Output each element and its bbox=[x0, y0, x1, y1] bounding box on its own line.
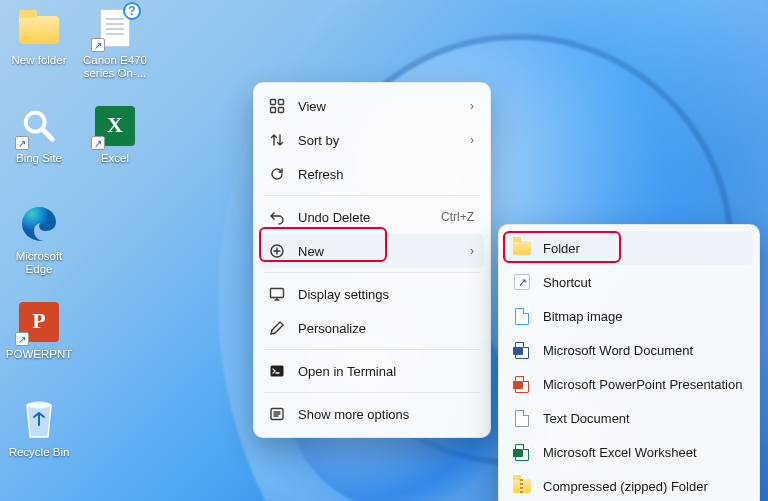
magnifier-icon: ↗ bbox=[17, 104, 61, 148]
svg-rect-8 bbox=[271, 289, 284, 298]
menu-item-label: Folder bbox=[543, 241, 743, 256]
powerpoint-file-icon bbox=[513, 375, 531, 393]
menu-item-label: Personalize bbox=[298, 321, 474, 336]
menu-item-personalize[interactable]: Personalize bbox=[260, 311, 484, 345]
terminal-icon bbox=[268, 362, 286, 380]
svg-line-1 bbox=[43, 130, 53, 140]
bitmap-file-icon bbox=[513, 307, 531, 325]
personalize-icon bbox=[268, 319, 286, 337]
undo-icon bbox=[268, 208, 286, 226]
submenu-item-powerpoint[interactable]: Microsoft PowerPoint Presentation bbox=[505, 367, 753, 401]
menu-separator bbox=[264, 272, 480, 273]
desktop-icon-excel[interactable]: X ↗ Excel bbox=[80, 102, 150, 198]
menu-item-sort-by[interactable]: Sort by › bbox=[260, 123, 484, 157]
menu-item-label: Text Document bbox=[543, 411, 743, 426]
submenu-item-shortcut[interactable]: ↗ Shortcut bbox=[505, 265, 753, 299]
menu-item-display-settings[interactable]: Display settings bbox=[260, 277, 484, 311]
submenu-item-compressed[interactable]: Compressed (zipped) Folder bbox=[505, 469, 753, 501]
svg-rect-9 bbox=[271, 366, 284, 377]
desktop-icon-edge[interactable]: Microsoft Edge bbox=[4, 200, 74, 296]
view-icon bbox=[268, 97, 286, 115]
menu-item-label: New bbox=[298, 244, 458, 259]
desktop-icon-new-folder[interactable]: New folder bbox=[4, 4, 74, 100]
display-settings-icon bbox=[268, 285, 286, 303]
desktop-icon-grid: New folder ? ↗ Canon E470 series On-... … bbox=[4, 4, 150, 492]
desktop-icon-label: Microsoft Edge bbox=[5, 250, 73, 276]
menu-item-label: Compressed (zipped) Folder bbox=[543, 479, 743, 494]
shortcut-arrow-icon: ↗ bbox=[15, 332, 29, 346]
desktop-context-menu: View › Sort by › Refresh Undo Delete Ctr… bbox=[253, 82, 491, 438]
shortcut-icon: ↗ bbox=[513, 273, 531, 291]
submenu-item-excel[interactable]: Microsoft Excel Worksheet bbox=[505, 435, 753, 469]
svg-point-2 bbox=[27, 402, 51, 409]
chevron-right-icon: › bbox=[470, 99, 474, 113]
chevron-right-icon: › bbox=[470, 133, 474, 147]
desktop-icon-label: POWERPNT bbox=[6, 348, 72, 361]
new-submenu: Folder ↗ Shortcut Bitmap image Microsoft… bbox=[498, 224, 760, 501]
menu-item-label: Open in Terminal bbox=[298, 364, 474, 379]
menu-item-label: Refresh bbox=[298, 167, 474, 182]
shortcut-arrow-icon: ↗ bbox=[15, 136, 29, 150]
svg-rect-6 bbox=[279, 108, 284, 113]
more-options-icon bbox=[268, 405, 286, 423]
desktop-icon-powerpnt[interactable]: P ↗ POWERPNT bbox=[4, 298, 74, 394]
menu-separator bbox=[264, 392, 480, 393]
menu-item-show-more-options[interactable]: Show more options bbox=[260, 397, 484, 431]
desktop-icon-canon-help[interactable]: ? ↗ Canon E470 series On-... bbox=[80, 4, 150, 100]
desktop-icon-label: Canon E470 series On-... bbox=[81, 54, 149, 80]
menu-separator bbox=[264, 349, 480, 350]
menu-item-label: Show more options bbox=[298, 407, 474, 422]
desktop-icon-bing-site[interactable]: ↗ Bing Site bbox=[4, 102, 74, 198]
menu-item-label: Display settings bbox=[298, 287, 474, 302]
menu-item-label: Undo Delete bbox=[298, 210, 429, 225]
submenu-item-word[interactable]: Microsoft Word Document bbox=[505, 333, 753, 367]
submenu-item-bitmap[interactable]: Bitmap image bbox=[505, 299, 753, 333]
desktop-icon-label: Excel bbox=[101, 152, 129, 165]
desktop-icon-label: New folder bbox=[12, 54, 67, 67]
menu-item-accelerator: Ctrl+Z bbox=[441, 210, 474, 224]
shortcut-arrow-icon: ↗ bbox=[91, 136, 105, 150]
word-file-icon bbox=[513, 341, 531, 359]
folder-icon bbox=[19, 16, 59, 44]
menu-separator bbox=[264, 195, 480, 196]
edge-icon bbox=[17, 202, 61, 246]
svg-rect-5 bbox=[271, 108, 276, 113]
zip-folder-icon bbox=[513, 477, 531, 495]
menu-item-label: Bitmap image bbox=[543, 309, 743, 324]
excel-file-icon bbox=[513, 443, 531, 461]
menu-item-view[interactable]: View › bbox=[260, 89, 484, 123]
menu-item-undo-delete[interactable]: Undo Delete Ctrl+Z bbox=[260, 200, 484, 234]
desktop-icon-label: Bing Site bbox=[16, 152, 62, 165]
folder-icon bbox=[513, 239, 531, 257]
submenu-item-folder[interactable]: Folder bbox=[505, 231, 753, 265]
menu-item-label: Sort by bbox=[298, 133, 458, 148]
menu-item-label: View bbox=[298, 99, 458, 114]
sort-icon bbox=[268, 131, 286, 149]
menu-item-label: Microsoft Word Document bbox=[543, 343, 743, 358]
menu-item-open-terminal[interactable]: Open in Terminal bbox=[260, 354, 484, 388]
help-badge-icon: ? bbox=[123, 2, 141, 20]
desktop-icon-label: Recycle Bin bbox=[9, 446, 70, 459]
submenu-item-text[interactable]: Text Document bbox=[505, 401, 753, 435]
menu-item-label: Shortcut bbox=[543, 275, 743, 290]
shortcut-arrow-icon: ↗ bbox=[91, 38, 105, 52]
refresh-icon bbox=[268, 165, 286, 183]
text-file-icon bbox=[513, 409, 531, 427]
svg-rect-3 bbox=[271, 100, 276, 105]
recycle-bin-icon bbox=[17, 398, 61, 442]
menu-item-refresh[interactable]: Refresh bbox=[260, 157, 484, 191]
desktop-icon-recycle-bin[interactable]: Recycle Bin bbox=[4, 396, 74, 492]
chevron-right-icon: › bbox=[470, 244, 474, 258]
new-icon bbox=[268, 242, 286, 260]
svg-rect-4 bbox=[279, 100, 284, 105]
menu-item-label: Microsoft PowerPoint Presentation bbox=[543, 377, 743, 392]
menu-item-label: Microsoft Excel Worksheet bbox=[543, 445, 743, 460]
menu-item-new[interactable]: New › bbox=[260, 234, 484, 268]
